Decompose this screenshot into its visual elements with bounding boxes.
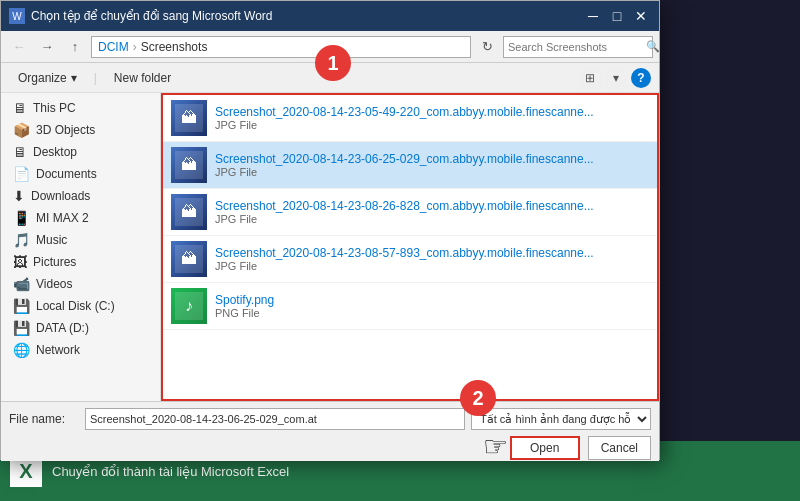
documents-icon: 📄 — [13, 166, 30, 182]
minimize-button[interactable]: ─ — [583, 6, 603, 26]
sidebar-item-downloads[interactable]: ⬇ Downloads — [1, 185, 160, 207]
sidebar-label-downloads: Downloads — [31, 189, 90, 203]
file-name-5: Spotify.png — [215, 293, 649, 307]
sidebar-item-local-disk[interactable]: 💾 Local Disk (C:) — [1, 295, 160, 317]
toolbar-separator: | — [94, 71, 97, 85]
file-name-4: Screenshot_2020-08-14-23-08-57-893_com.a… — [215, 246, 649, 260]
search-input[interactable] — [508, 41, 646, 53]
file-list: 🏔 Screenshot_2020-08-14-23-05-49-220_com… — [161, 93, 659, 401]
file-thumb-icon-5: ♪ — [185, 297, 193, 315]
filename-row: File name: Tất cả hình ảnh đang được hỗ … — [9, 408, 651, 430]
sidebar-label-data-d: DATA (D:) — [36, 321, 89, 335]
sidebar-label-documents: Documents — [36, 167, 97, 181]
label-1: 1 — [315, 45, 351, 81]
search-icon[interactable]: 🔍 — [646, 40, 660, 53]
file-type-1: JPG File — [215, 119, 649, 131]
file-type-3: JPG File — [215, 213, 649, 225]
view-button[interactable]: ⊞ — [579, 67, 601, 89]
sidebar-item-documents[interactable]: 📄 Documents — [1, 163, 160, 185]
excel-window-text: Chuyển đổi thành tài liệu Microsoft Exce… — [52, 464, 289, 479]
search-bar: 🔍 — [503, 36, 653, 58]
cancel-button[interactable]: Cancel — [588, 436, 651, 460]
filetype-select[interactable]: Tất cả hình ảnh đang được hỗ t — [471, 408, 651, 430]
toolbar-right: ⊞ ▾ ? — [579, 67, 651, 89]
file-item-5[interactable]: ♪ Spotify.png PNG File — [163, 283, 657, 330]
this-pc-icon: 🖥 — [13, 100, 27, 116]
sidebar-label-3d-objects: 3D Objects — [36, 123, 95, 137]
sort-button[interactable]: ▾ — [605, 67, 627, 89]
file-type-2: JPG File — [215, 166, 649, 178]
network-icon: 🌐 — [13, 342, 30, 358]
file-item-4[interactable]: 🏔 Screenshot_2020-08-14-23-08-57-893_com… — [163, 236, 657, 283]
file-info-2: Screenshot_2020-08-14-23-06-25-029_com.a… — [215, 152, 649, 178]
sidebar-item-music[interactable]: 🎵 Music — [1, 229, 160, 251]
close-button[interactable]: ✕ — [631, 6, 651, 26]
sidebar-label-music: Music — [36, 233, 67, 247]
filename-input[interactable] — [85, 408, 465, 430]
back-button[interactable]: ← — [7, 35, 31, 59]
sidebar-item-3d-objects[interactable]: 📦 3D Objects — [1, 119, 160, 141]
sidebar-label-mi-max: MI MAX 2 — [36, 211, 89, 225]
music-icon: 🎵 — [13, 232, 30, 248]
title-bar: W Chọn tệp để chuyển đổi sang Microsoft … — [1, 1, 659, 31]
help-button[interactable]: ? — [631, 68, 651, 88]
breadcrumb: DCIM › Screenshots — [91, 36, 471, 58]
sidebar-item-this-pc[interactable]: 🖥 This PC — [1, 97, 160, 119]
file-info-5: Spotify.png PNG File — [215, 293, 649, 319]
sidebar-label-this-pc: This PC — [33, 101, 76, 115]
organize-arrow: ▾ — [71, 71, 77, 85]
file-item-2[interactable]: 🏔 Screenshot_2020-08-14-23-06-25-029_com… — [163, 142, 657, 189]
sidebar-item-data-d[interactable]: 💾 DATA (D:) — [1, 317, 160, 339]
sidebar-item-videos[interactable]: 📹 Videos — [1, 273, 160, 295]
new-folder-button[interactable]: New folder — [105, 67, 180, 89]
buttons-row: Open Cancel — [9, 436, 651, 460]
file-type-4: JPG File — [215, 260, 649, 272]
breadcrumb-root[interactable]: DCIM — [98, 40, 129, 54]
title-controls: ─ □ ✕ — [583, 6, 651, 26]
mi-max-icon: 📱 — [13, 210, 30, 226]
breadcrumb-separator: › — [133, 40, 137, 54]
sidebar-label-local-disk: Local Disk (C:) — [36, 299, 115, 313]
organize-label: Organize — [18, 71, 67, 85]
sidebar: 🖥 This PC 📦 3D Objects 🖥 Desktop 📄 Docum… — [1, 93, 161, 401]
label-2: 2 — [460, 380, 496, 416]
open-button[interactable]: Open — [510, 436, 580, 460]
dialog-icon: W — [9, 8, 25, 24]
maximize-button[interactable]: □ — [607, 6, 627, 26]
sidebar-item-mi-max[interactable]: 📱 MI MAX 2 — [1, 207, 160, 229]
sidebar-label-desktop: Desktop — [33, 145, 77, 159]
organize-button[interactable]: Organize ▾ — [9, 67, 86, 89]
file-thumb-3: 🏔 — [171, 194, 207, 230]
file-type-5: PNG File — [215, 307, 649, 319]
file-name-3: Screenshot_2020-08-14-23-08-26-828_com.a… — [215, 199, 649, 213]
refresh-button[interactable]: ↻ — [475, 35, 499, 59]
3d-objects-icon: 📦 — [13, 122, 30, 138]
sidebar-item-desktop[interactable]: 🖥 Desktop — [1, 141, 160, 163]
sidebar-label-network: Network — [36, 343, 80, 357]
sidebar-item-pictures[interactable]: 🖼 Pictures — [1, 251, 160, 273]
sidebar-label-pictures: Pictures — [33, 255, 76, 269]
breadcrumb-current: Screenshots — [141, 40, 208, 54]
pictures-icon: 🖼 — [13, 254, 27, 270]
desktop-icon: 🖥 — [13, 144, 27, 160]
file-item-1[interactable]: 🏔 Screenshot_2020-08-14-23-05-49-220_com… — [163, 95, 657, 142]
videos-icon: 📹 — [13, 276, 30, 292]
file-thumb-1: 🏔 — [171, 100, 207, 136]
local-disk-icon: 💾 — [13, 298, 30, 314]
file-thumb-icon-4: 🏔 — [181, 250, 197, 268]
sidebar-item-network[interactable]: 🌐 Network — [1, 339, 160, 361]
file-info-1: Screenshot_2020-08-14-23-05-49-220_com.a… — [215, 105, 649, 131]
file-thumb-4: 🏔 — [171, 241, 207, 277]
file-info-4: Screenshot_2020-08-14-23-08-57-893_com.a… — [215, 246, 649, 272]
filename-label: File name: — [9, 412, 79, 426]
forward-button[interactable]: → — [35, 35, 59, 59]
file-thumb-icon-1: 🏔 — [181, 109, 197, 127]
file-thumb-icon-3: 🏔 — [181, 203, 197, 221]
content-area: 🖥 This PC 📦 3D Objects 🖥 Desktop 📄 Docum… — [1, 93, 659, 401]
up-button[interactable]: ↑ — [63, 35, 87, 59]
file-info-3: Screenshot_2020-08-14-23-08-26-828_com.a… — [215, 199, 649, 225]
dialog-title: Chọn tệp để chuyển đổi sang Microsoft Wo… — [31, 9, 273, 23]
file-name-2: Screenshot_2020-08-14-23-06-25-029_com.a… — [215, 152, 649, 166]
bottom-bar: File name: Tất cả hình ảnh đang được hỗ … — [1, 401, 659, 461]
file-item-3[interactable]: 🏔 Screenshot_2020-08-14-23-08-26-828_com… — [163, 189, 657, 236]
